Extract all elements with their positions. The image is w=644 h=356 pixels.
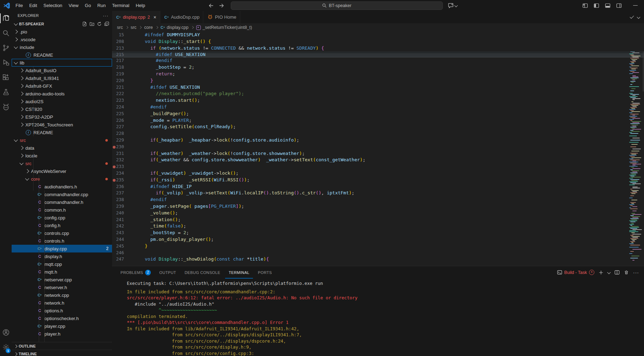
tree-item-include[interactable]: include [12, 43, 112, 51]
code-line-236[interactable]: 236 #ifndef HIDE_IP [112, 183, 644, 190]
timeline-section[interactable]: TIMELINE [12, 350, 112, 356]
toggle-panel-icon[interactable] [605, 3, 611, 8]
activity-run-debug-icon[interactable] [0, 55, 12, 70]
code-editor[interactable]: 15#ifndef DUMMYDISPLAY208void Display::_… [112, 32, 644, 266]
project-section-header[interactable]: BT-SPEAKER [12, 20, 112, 28]
tree-item-config-cpp[interactable]: C+config.cpp [12, 214, 112, 221]
breadcrumb-item[interactable]: src [117, 25, 123, 30]
code-line-219[interactable]: 219 return; [112, 71, 644, 77]
chevron-down-icon[interactable] [607, 271, 611, 274]
tree-item-lib[interactable]: lib [12, 59, 112, 67]
forward-icon[interactable] [219, 3, 224, 8]
panel-tab-output[interactable]: OUTPUT [156, 266, 180, 279]
menu-item-view[interactable]: View [66, 0, 82, 11]
menu-item-go[interactable]: Go [82, 0, 94, 11]
back-icon[interactable] [208, 3, 214, 8]
code-line-223[interactable]: 223 nextion.start(); [112, 97, 644, 104]
menu-item-edit[interactable]: Edit [26, 0, 40, 11]
code-line-222[interactable]: 222 //nextion.putcmd("page player"); [112, 90, 644, 97]
code-line-242[interactable]: 242 _time(false); [112, 223, 644, 230]
new-file-icon[interactable] [82, 21, 87, 26]
command-center-search[interactable]: BT-speaker [231, 1, 443, 10]
activity-test-beaker-icon[interactable] [0, 85, 12, 100]
panel-tab-ports[interactable]: PORTS [254, 266, 275, 279]
tree-item-audiohandlers-h[interactable]: Caudiohandlers.h [12, 183, 112, 191]
tree-item-xpt2046-touchscreen[interactable]: XPT2046_Touchscreen [12, 121, 112, 129]
code-line-244[interactable]: 244 pm.on_display_player(); [112, 236, 644, 243]
code-line-237[interactable]: 237 if(_volip) _volip->setText(WiFi.loca… [112, 190, 644, 196]
chevron-down-icon[interactable] [637, 15, 640, 19]
breadcrumb-item[interactable]: core [144, 25, 153, 30]
terminal-output[interactable]: Executing task: C:\Users\itoth\.platform… [127, 280, 640, 356]
explorer-more-actions-icon[interactable]: ··· [103, 13, 109, 18]
terminal-task-entry[interactable]: Build - Task × [557, 270, 594, 275]
tree-item-network-cpp[interactable]: C+network.cpp [12, 291, 112, 299]
menu-item-help[interactable]: Help [132, 0, 148, 11]
tab-pio-home[interactable]: PIO Home [203, 11, 240, 23]
tree-item-display-h[interactable]: Cdisplay.h [12, 252, 112, 260]
tree-item-adafruit-ili9341[interactable]: Adafruit_ILI9341 [12, 74, 112, 82]
code-line-217[interactable]: 217 #endif [112, 57, 644, 64]
panel-tab-debug-console[interactable]: DEBUG CONSOLE [181, 266, 224, 279]
activity-source-control-icon[interactable] [0, 40, 12, 55]
code-line-231[interactable]: 231 if(_weather) _weather->lock(!config.… [112, 150, 644, 157]
copilot-menu[interactable] [448, 2, 457, 8]
activity-extensions-icon[interactable] [0, 70, 12, 85]
activity-settings-gear-icon[interactable]: 1 [0, 340, 12, 355]
customize-layout-icon[interactable] [582, 3, 588, 8]
tree-item-asyncwebserver[interactable]: AsyncWebServer [12, 167, 112, 175]
tree-item-commandhandler-cpp[interactable]: C+commandhandler.cpp [12, 191, 112, 198]
breadcrumb-item[interactable]: _setReturnTicker(uint8_t) [196, 25, 252, 30]
breadcrumb-item[interactable]: C+display.cpp [161, 25, 188, 30]
code-line-225[interactable]: 225 _buildPager(); [112, 111, 644, 117]
tree-item-netserver-cpp[interactable]: C+netserver.cpp [12, 276, 112, 283]
tab-audiodsp-cpp[interactable]: C+AudioDsp.cpp [160, 11, 204, 23]
tree-item-mqtt-cpp[interactable]: C+mqtt.cpp [12, 260, 112, 268]
split-panel-icon[interactable] [614, 270, 620, 275]
trash-icon[interactable] [624, 270, 629, 275]
tree-item-commandhandler-h[interactable]: Ccommandhandler.h [12, 198, 112, 206]
breakpoint-dot[interactable] [113, 146, 116, 149]
tree-item--pio[interactable]: .pio [12, 28, 112, 36]
code-line-228[interactable]: 228 [112, 130, 644, 137]
tree-item-src[interactable]: src [12, 136, 112, 144]
code-line-232[interactable]: 232 if(_weather && config.store.showweat… [112, 157, 644, 163]
menu-item-selection[interactable]: Selection [40, 0, 65, 11]
tree-item-optionschecker-h[interactable]: Coptionschecker.h [12, 314, 112, 322]
activity-account-icon[interactable] [0, 325, 12, 340]
code-line-239[interactable]: 239 _pager.setPage( pages[PG_PLAYER]); [112, 203, 644, 210]
code-line-234[interactable]: 234 if(_vuwidget) _vuwidget->lock(); [112, 170, 644, 177]
tree-item-common-h[interactable]: Ccommon.h [12, 206, 112, 214]
breadcrumb-item[interactable]: src [131, 25, 137, 30]
code-line-241[interactable]: 241 _station(); [112, 217, 644, 223]
more-actions-icon[interactable]: ··· [633, 270, 639, 275]
code-line-213[interactable]: 213 if (network.status != CONNECTED && n… [112, 45, 644, 52]
activity-platformio-icon[interactable] [0, 100, 12, 114]
code-line-235[interactable]: 235 if(_rssi) _setRSSI(WiFi.RSSI()); [112, 177, 644, 183]
activity-files-icon[interactable] [0, 11, 12, 26]
menu-item-file[interactable]: File [12, 0, 26, 11]
code-line-240[interactable]: 240 _volume(); [112, 210, 644, 217]
minimap[interactable] [629, 32, 643, 266]
code-line-15[interactable]: 15#ifndef DUMMYDISPLAY [112, 32, 644, 38]
tree-item-player-cpp[interactable]: C+player.cpp [12, 322, 112, 330]
tree-item-cst820[interactable]: CST820 [12, 105, 112, 113]
code-line-215[interactable]: 215 #ifdef USE_NEXTION [112, 51, 644, 57]
panel-tab-terminal[interactable]: TERMINAL [225, 266, 253, 279]
code-line-243[interactable]: 243 _bootStep = 2; [112, 230, 644, 236]
code-line-224[interactable]: 224 #endif [112, 104, 644, 111]
new-terminal-icon[interactable] [599, 270, 603, 275]
code-line-245[interactable]: 245} [112, 243, 644, 250]
tree-item--vscode[interactable]: .vscode [12, 36, 112, 43]
tree-item-arduino-audio-tools[interactable]: arduino-audio-tools [12, 90, 112, 98]
code-line-226[interactable]: 226 _mode = PLAYER; [112, 117, 644, 124]
code-line-218[interactable]: 218 _bootStep = 2; [112, 64, 644, 71]
tree-item-config-h[interactable]: Cconfig.h [12, 221, 112, 229]
menu-item-terminal[interactable]: Terminal [109, 0, 132, 11]
code-line-233[interactable]: 233 [112, 163, 644, 170]
tree-item-data[interactable]: data [12, 144, 112, 152]
tree-item-locale[interactable]: locale [12, 152, 112, 160]
close-icon[interactable]: × [153, 14, 156, 20]
tree-item-esp32-a2dp[interactable]: ESP32-A2DP [12, 113, 112, 121]
code-line-208[interactable]: 208void Display::_start() { [112, 38, 644, 45]
